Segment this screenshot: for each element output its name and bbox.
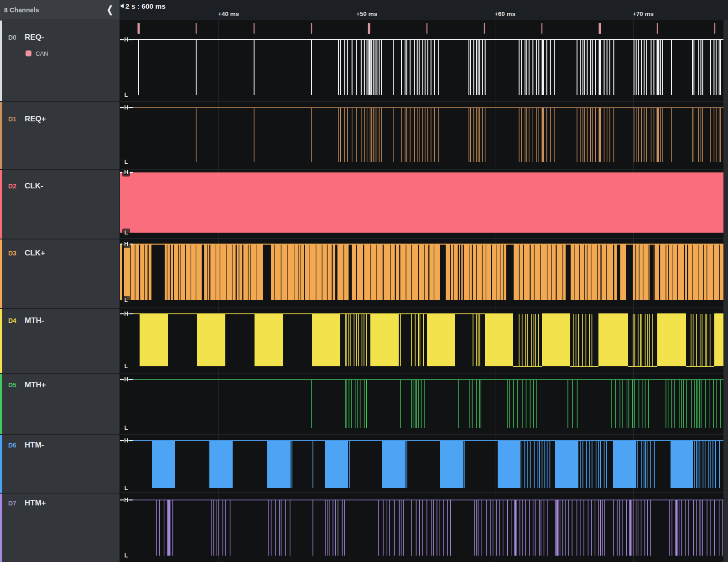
high-level-label: H — [124, 376, 128, 383]
channel-name-label[interactable]: HTM+ — [25, 499, 46, 508]
low-level-label: L — [125, 363, 128, 369]
timeline-anchor-label: 2 s : 600 ms — [125, 2, 166, 10]
can-marker[interactable] — [484, 23, 485, 34]
channels-count-label: 8 Channels — [4, 6, 39, 14]
can-marker[interactable] — [599, 23, 601, 34]
collapse-sidebar-icon[interactable]: ❮ — [107, 5, 113, 15]
channel-color-stripe — [0, 374, 2, 434]
channel-color-stripe — [0, 170, 2, 239]
can-marker[interactable] — [254, 23, 255, 34]
high-level-label: H — [124, 241, 128, 247]
channel-name-label[interactable]: CLK- — [25, 182, 43, 191]
can-marker[interactable] — [196, 23, 197, 34]
channel-name-label[interactable]: MTH+ — [25, 380, 46, 390]
high-level-label: H — [124, 437, 128, 444]
channel-id-label: D3 — [8, 250, 16, 257]
channel-id-label: D1 — [8, 115, 16, 123]
sidebar-header: 8 Channels ❮ — [0, 0, 120, 20]
channel-id-label: D2 — [8, 182, 16, 190]
channel-row-d4[interactable]: D4MTH- — [0, 308, 120, 373]
logic-analyzer-app: HLHLHLHLHLHLHLHL+40 ms+50 ms+60 ms+70 ms… — [0, 0, 728, 562]
channel-id-label: D7 — [8, 500, 16, 507]
channel-row-d2[interactable]: D2CLK- — [0, 169, 120, 239]
channel-id-label: D6 — [8, 442, 16, 449]
channel-id-label: D4 — [8, 317, 16, 324]
can-marker[interactable] — [657, 23, 658, 34]
timeline-tick-label: +60 ms — [494, 10, 515, 17]
timeline-tick-label: +70 ms — [633, 10, 654, 17]
low-level-label: L — [125, 485, 128, 491]
can-marker[interactable] — [426, 23, 427, 34]
waveform-d3[interactable] — [120, 244, 723, 300]
can-marker[interactable] — [368, 23, 370, 34]
high-level-label: H — [124, 169, 128, 176]
channel-color-stripe — [0, 239, 2, 308]
channel-id-label: D5 — [8, 381, 16, 389]
analyzer-color-icon — [26, 51, 31, 57]
low-level-label: L — [125, 297, 128, 303]
channel-name-label[interactable]: HTM- — [25, 441, 44, 450]
can-marker[interactable] — [541, 23, 542, 34]
can-marker[interactable] — [138, 23, 140, 34]
low-level-label: L — [125, 425, 128, 431]
can-marker[interactable] — [311, 23, 312, 34]
can-marker[interactable] — [714, 23, 715, 34]
channel-color-stripe — [0, 102, 2, 169]
channel-name-label[interactable]: REQ+ — [25, 114, 46, 124]
analyzer-badge-can[interactable]: CAN — [26, 50, 48, 57]
high-level-label: H — [124, 104, 128, 111]
high-level-label: H — [124, 311, 128, 317]
high-level-label: H — [124, 36, 128, 43]
channel-color-stripe — [0, 309, 2, 373]
channel-color-stripe — [0, 494, 2, 562]
channel-row-d5[interactable]: D5MTH+ — [0, 373, 120, 434]
channel-row-d3[interactable]: D3CLK+ — [0, 239, 120, 308]
low-level-label: L — [125, 229, 128, 236]
channel-row-d0[interactable]: D0REQ-CAN — [0, 21, 120, 101]
channel-name-label[interactable]: CLK+ — [25, 249, 45, 258]
scrollbar-track[interactable] — [723, 20, 728, 562]
high-level-label: H — [124, 497, 128, 503]
low-level-label: L — [125, 159, 128, 165]
channel-id-label: D0 — [8, 34, 16, 41]
channel-row-d7[interactable]: D7HTM+ — [0, 493, 120, 562]
waveform-d2[interactable] — [120, 172, 723, 233]
channel-name-label[interactable]: MTH- — [25, 316, 44, 325]
channel-color-stripe — [0, 21, 2, 101]
channel-row-d6[interactable]: D6HTM- — [0, 434, 120, 493]
timeline-divider — [120, 20, 728, 20]
timeline-tick-label: +50 ms — [356, 10, 377, 17]
low-level-label: L — [125, 92, 128, 98]
channel-color-stripe — [0, 435, 2, 493]
low-level-label: L — [125, 552, 128, 559]
analyzer-name-label: CAN — [36, 50, 48, 57]
timeline-tick-label: +40 ms — [218, 10, 239, 17]
channel-row-d1[interactable]: D1REQ+ — [0, 101, 120, 169]
channel-name-label[interactable]: REQ- — [25, 33, 44, 42]
channels-sidebar: 8 Channels ❮ D0REQ-CAND1REQ+D2CLK-D3CLK+… — [0, 0, 120, 562]
